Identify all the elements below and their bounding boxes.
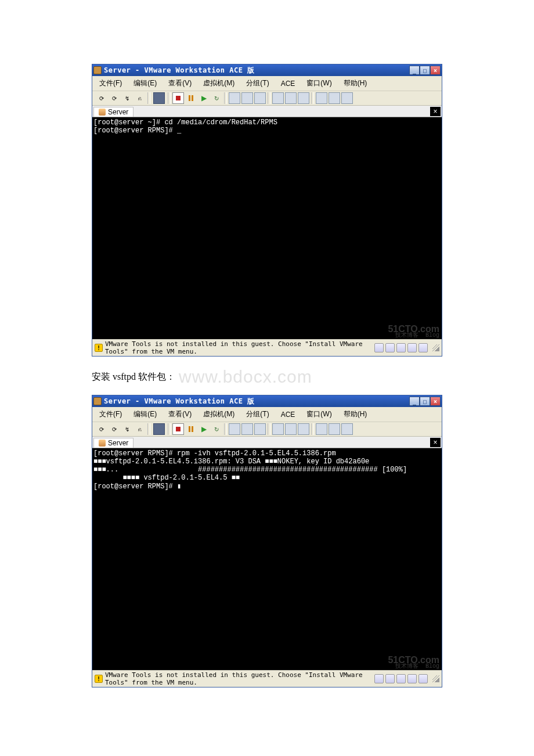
tool-view2-icon[interactable]: [285, 92, 297, 104]
page-watermark: www.bdocx.com: [179, 367, 312, 387]
tool-snapshot-icon[interactable]: [153, 92, 165, 104]
maximize-button[interactable]: □: [420, 66, 430, 75]
resize-grip[interactable]: [432, 344, 439, 351]
menu-team[interactable]: 分组(T): [244, 408, 271, 420]
statusbar: ! VMware Tools is not installed in this …: [92, 670, 442, 687]
tool-suspend-icon[interactable]: ↯: [121, 423, 133, 435]
tool-stop-icon[interactable]: [172, 423, 184, 435]
toolbar: ⟳ ⟳ ↯ ⎌ ▶ ↻: [92, 91, 442, 106]
minimize-button[interactable]: _: [409, 397, 420, 406]
tool-play-icon[interactable]: ▶: [198, 423, 210, 435]
tool-stop-icon[interactable]: [172, 92, 184, 104]
tool-multi-icon[interactable]: [341, 423, 353, 435]
tool-snap2-icon[interactable]: [241, 92, 253, 104]
menu-edit[interactable]: 编辑(E): [131, 77, 159, 89]
menu-team[interactable]: 分组(T): [244, 77, 271, 89]
tool-unity-icon[interactable]: [316, 92, 327, 104]
titlebar[interactable]: Server - VMware Workstation ACE 版 _ □ ×: [92, 64, 442, 76]
tray-icon[interactable]: [396, 343, 406, 352]
menu-view[interactable]: 查看(V): [166, 77, 194, 89]
tab-icon: [99, 440, 106, 447]
menu-ace[interactable]: ACE: [279, 78, 298, 89]
close-button[interactable]: ×: [430, 397, 441, 406]
tool-reset-icon[interactable]: ⎌: [134, 423, 146, 435]
tool-unity-icon[interactable]: [316, 423, 327, 435]
tray-icon[interactable]: [396, 674, 406, 683]
vmware-window-2: Server - VMware Workstation ACE 版 _ □ × …: [92, 395, 442, 687]
tool-snap1-icon[interactable]: [229, 423, 240, 435]
tray-icon[interactable]: [407, 343, 417, 352]
menu-edit[interactable]: 编辑(E): [131, 408, 159, 420]
menu-help[interactable]: 帮助(H): [341, 77, 370, 89]
tool-full-icon[interactable]: [329, 423, 340, 435]
tray-icon[interactable]: [418, 343, 428, 352]
tool-view2-icon[interactable]: [285, 423, 297, 435]
menubar: 文件(F) 编辑(E) 查看(V) 虚拟机(M) 分组(T) ACE 窗口(W)…: [92, 76, 442, 91]
tray-icon[interactable]: [374, 674, 384, 683]
tray-icon[interactable]: [385, 343, 395, 352]
menu-file[interactable]: 文件(F): [97, 77, 124, 89]
menu-help[interactable]: 帮助(H): [341, 408, 370, 420]
tab-icon: [99, 109, 106, 116]
terminal-console[interactable]: [root@server RPMS]# rpm -ivh vsftpd-2.0.…: [92, 448, 442, 670]
menu-window[interactable]: 窗口(W): [304, 408, 334, 420]
tray-icon[interactable]: [385, 674, 395, 683]
menu-ace[interactable]: ACE: [279, 409, 298, 420]
tool-view3-icon[interactable]: [298, 423, 309, 435]
menubar: 文件(F) 编辑(E) 查看(V) 虚拟机(M) 分组(T) ACE 窗口(W)…: [92, 407, 442, 422]
tab-server[interactable]: Server: [93, 107, 134, 117]
tool-snap3-icon[interactable]: [254, 92, 266, 104]
tool-snap1-icon[interactable]: [229, 92, 240, 104]
resize-grip[interactable]: [432, 675, 439, 682]
tab-label: Server: [108, 439, 128, 447]
tab-server[interactable]: Server: [93, 438, 134, 448]
caption-text: 安装 vsftpd 软件包：: [92, 371, 175, 383]
tool-pause-icon[interactable]: [185, 92, 197, 104]
tabbar: Server ×: [92, 437, 442, 448]
menu-file[interactable]: 文件(F): [97, 408, 124, 420]
tool-suspend-icon[interactable]: ↯: [121, 92, 133, 104]
tool-view1-icon[interactable]: [272, 423, 284, 435]
toolbar-separator: [147, 423, 150, 435]
menu-view[interactable]: 查看(V): [166, 408, 194, 420]
toolbar-separator: [224, 92, 227, 104]
statusbar: ! VMware Tools is not installed in this …: [92, 339, 442, 356]
toolbar: ⟳ ⟳ ↯ ⎌ ▶ ↻: [92, 422, 442, 437]
tool-play-icon[interactable]: ▶: [198, 92, 210, 104]
toolbar-separator: [311, 92, 314, 104]
tray-icon[interactable]: [418, 674, 428, 683]
maximize-button[interactable]: □: [420, 397, 430, 406]
menu-vm[interactable]: 虚拟机(M): [201, 77, 237, 89]
tool-poweron-icon[interactable]: ⟳: [96, 423, 107, 435]
close-button[interactable]: ×: [430, 66, 441, 75]
terminal-console[interactable]: [root@server ~]# cd /media/cdrom/RedHat/…: [92, 117, 442, 339]
tray-icon[interactable]: [374, 343, 384, 352]
titlebar[interactable]: Server - VMware Workstation ACE 版 _ □ ×: [92, 395, 442, 407]
tool-multi-icon[interactable]: [341, 92, 353, 104]
tab-label: Server: [108, 108, 128, 116]
menu-window[interactable]: 窗口(W): [304, 77, 334, 89]
tab-close-button[interactable]: ×: [430, 107, 441, 116]
tool-loop-icon[interactable]: ↻: [211, 92, 222, 104]
tool-pause-icon[interactable]: [185, 423, 197, 435]
menu-vm[interactable]: 虚拟机(M): [201, 408, 237, 420]
tool-view1-icon[interactable]: [272, 92, 284, 104]
tray-icon[interactable]: [407, 674, 417, 683]
window-controls: _ □ ×: [409, 397, 441, 406]
tool-full-icon[interactable]: [329, 92, 340, 104]
tool-snap2-icon[interactable]: [241, 423, 253, 435]
tool-poweroff-icon[interactable]: ⟳: [109, 92, 120, 104]
tabbar: Server ×: [92, 106, 442, 117]
minimize-button[interactable]: _: [409, 66, 420, 75]
tab-close-button[interactable]: ×: [430, 438, 441, 447]
window-controls: _ □ ×: [409, 66, 441, 75]
tool-snapshot-icon[interactable]: [153, 423, 165, 435]
tool-poweroff-icon[interactable]: ⟳: [109, 423, 120, 435]
tool-snap3-icon[interactable]: [254, 423, 266, 435]
tool-poweron-icon[interactable]: ⟳: [96, 92, 107, 104]
tool-view3-icon[interactable]: [298, 92, 309, 104]
app-icon: [93, 397, 102, 405]
tool-loop-icon[interactable]: ↻: [211, 423, 222, 435]
status-text: VMware Tools is not installed in this gu…: [105, 671, 370, 686]
tool-reset-icon[interactable]: ⎌: [134, 92, 146, 104]
